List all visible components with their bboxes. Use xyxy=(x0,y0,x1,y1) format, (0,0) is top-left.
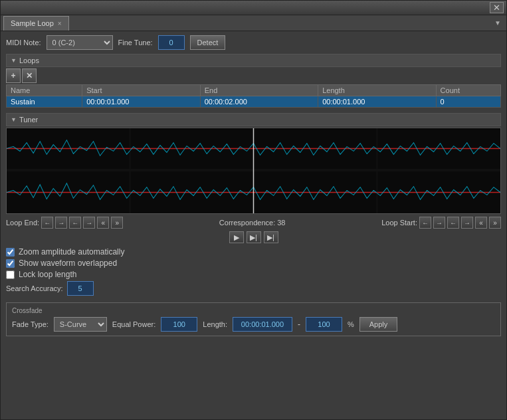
add-loop-button[interactable]: + xyxy=(6,68,21,83)
tuner-arrow-icon: ▼ xyxy=(11,116,17,123)
equal-power-input[interactable] xyxy=(161,317,197,332)
fine-tune-input[interactable] xyxy=(158,35,185,50)
loop-end-right1[interactable]: → xyxy=(55,217,67,229)
play-button[interactable]: ▶ xyxy=(229,231,244,243)
loop-end-left3[interactable]: « xyxy=(97,217,109,229)
loops-section-header[interactable]: ▼ Loops xyxy=(6,54,501,67)
loop-start-left1[interactable]: ← xyxy=(419,217,431,229)
loop-start-right1[interactable]: → xyxy=(433,217,445,229)
loop-end-right2[interactable]: → xyxy=(83,217,95,229)
correspondence-label: Correspondence: xyxy=(219,219,275,227)
tuner-controls-row: Loop End: ← → ← → « » Correspondence: 38… xyxy=(6,217,501,229)
fade-type-select[interactable]: S-Curve Linear Logarithmic xyxy=(54,317,107,332)
loop-start-left2[interactable]: ← xyxy=(447,217,459,229)
waveform-display xyxy=(6,128,501,214)
loop-length: 00:00:01.000 xyxy=(318,96,436,108)
zoom-checkbox[interactable] xyxy=(6,248,15,257)
midi-note-label: MIDI Note: xyxy=(6,39,41,47)
detect-button[interactable]: Detect xyxy=(190,35,226,50)
tab-label: Sample Loop xyxy=(11,19,54,27)
tuner-section: ▼ Tuner xyxy=(6,113,501,247)
lock-label: Lock loop length xyxy=(19,270,76,279)
waveform-svg xyxy=(7,128,500,213)
pct-symbol: % xyxy=(348,320,354,328)
loops-toolbar: + ✕ xyxy=(6,68,501,83)
loop-end-left1[interactable]: ← xyxy=(41,217,53,229)
tab-bar: Sample Loop × ▼ xyxy=(1,15,506,31)
loops-section-label: Loops xyxy=(19,56,39,64)
waveform-checkbox-row: Show waveform overlapped xyxy=(6,259,501,268)
loop-start-controls: Loop Start: ← → ← → « » xyxy=(381,217,501,229)
midi-row: MIDI Note: 0 (C-2) Fine Tune: Detect xyxy=(6,35,501,50)
loop-end-label: Loop End: xyxy=(6,219,39,227)
correspondence-group: Correspondence: 38 xyxy=(219,219,286,227)
search-accuracy-input[interactable] xyxy=(67,281,94,296)
crossfade-row: Fade Type: S-Curve Linear Logarithmic Eq… xyxy=(12,317,495,332)
main-content: MIDI Note: 0 (C-2) Fine Tune: Detect ▼ L… xyxy=(1,31,506,419)
zoom-checkbox-row: Zoom amplitude automatically xyxy=(6,247,501,257)
playback-row: ▶ ▶| ▶| xyxy=(6,231,501,243)
lock-checkbox-row: Lock loop length xyxy=(6,270,501,279)
col-count: Count xyxy=(436,85,500,96)
correspondence-value: 38 xyxy=(277,219,285,227)
tuner-section-label: Tuner xyxy=(19,116,38,124)
close-button[interactable]: ✕ xyxy=(490,2,504,13)
title-bar: ✕ xyxy=(1,1,506,15)
length-input[interactable] xyxy=(233,317,292,332)
loop-start-left3[interactable]: « xyxy=(475,217,487,229)
play-end-button[interactable]: ▶| xyxy=(264,231,278,243)
loop-end-left2[interactable]: ← xyxy=(69,217,81,229)
tab-close-icon[interactable]: × xyxy=(58,20,62,27)
loops-table: Name Start End Length Count Sustain 00:0… xyxy=(6,84,501,108)
dash-separator: - xyxy=(298,320,300,329)
equal-power-label: Equal Power: xyxy=(112,320,155,328)
loop-count: 0 xyxy=(436,96,500,108)
fade-type-label: Fade Type: xyxy=(12,320,49,328)
apply-button[interactable]: Apply xyxy=(359,317,398,332)
tab-dropdown-arrow[interactable]: ▼ xyxy=(492,19,504,27)
search-accuracy-row: Search Accuracy: xyxy=(6,281,501,296)
col-end: End xyxy=(200,85,318,96)
loop-start-label: Loop Start: xyxy=(381,219,417,227)
col-start: Start xyxy=(82,85,200,96)
loop-start-right2[interactable]: → xyxy=(461,217,473,229)
loop-name: Sustain xyxy=(7,96,82,108)
fine-tune-label: Fine Tune: xyxy=(118,39,153,47)
search-label: Search Accuracy: xyxy=(6,284,63,292)
loop-start: 00:00:01.000 xyxy=(82,96,200,108)
lock-checkbox[interactable] xyxy=(6,270,15,279)
tuner-section-header[interactable]: ▼ Tuner xyxy=(6,113,501,126)
remove-loop-button[interactable]: ✕ xyxy=(22,68,37,83)
loops-arrow-icon: ▼ xyxy=(11,57,17,64)
waveform-checkbox[interactable] xyxy=(6,259,15,268)
crossfade-section: Crossfade Fade Type: S-Curve Linear Loga… xyxy=(6,302,501,336)
col-name: Name xyxy=(7,85,82,96)
loop-end: 00:00:02.000 xyxy=(200,96,318,108)
table-row[interactable]: Sustain 00:00:01.000 00:00:02.000 00:00:… xyxy=(7,96,501,108)
crossfade-group-label: Crossfade xyxy=(12,307,495,314)
loop-start-right3[interactable]: » xyxy=(489,217,501,229)
waveform-label: Show waveform overlapped xyxy=(19,259,117,268)
loop-end-controls: Loop End: ← → ← → « » xyxy=(6,217,123,229)
midi-note-select[interactable]: 0 (C-2) xyxy=(47,35,113,50)
col-length: Length xyxy=(318,85,436,96)
loop-end-right3[interactable]: » xyxy=(111,217,123,229)
length-pct-input[interactable] xyxy=(306,317,342,332)
main-window: ✕ Sample Loop × ▼ MIDI Note: 0 (C-2) Fin… xyxy=(0,0,507,420)
play-loop-button[interactable]: ▶| xyxy=(247,231,261,243)
zoom-label: Zoom amplitude automatically xyxy=(19,247,124,257)
sample-loop-tab[interactable]: Sample Loop × xyxy=(3,16,69,31)
length-label: Length: xyxy=(203,320,227,328)
